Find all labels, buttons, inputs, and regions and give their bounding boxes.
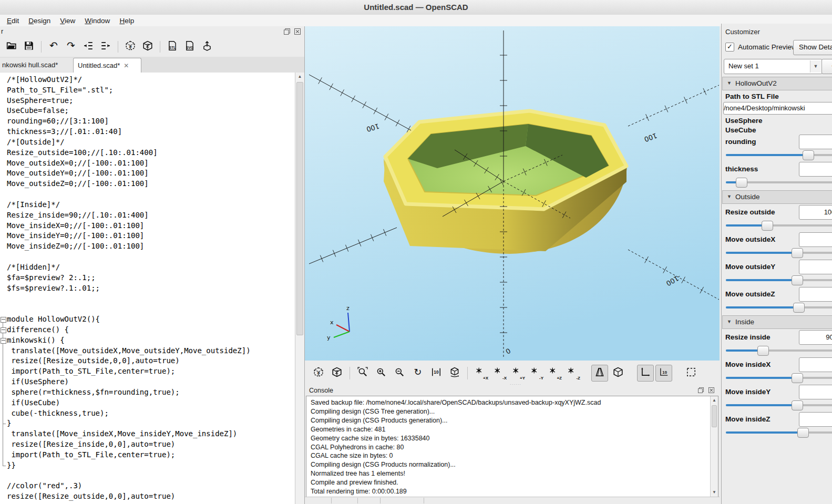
show-axes-button[interactable]	[637, 365, 654, 382]
export-stl-button[interactable]: STL	[165, 39, 180, 54]
param-slider-rounding[interactable]	[722, 149, 832, 161]
view-plusminus-y-button[interactable]: +Y	[509, 365, 526, 382]
param-row-move-insidez: Move insideZ	[722, 411, 832, 427]
code-line: /*[Outside]*/	[0, 137, 295, 148]
scrollbar-thumb[interactable]	[296, 82, 303, 335]
param-slider-resize-inside[interactable]	[722, 345, 832, 356]
param-slider-resize-outside[interactable]	[722, 220, 832, 231]
perspective-button[interactable]	[591, 365, 608, 382]
indent-button[interactable]	[98, 39, 113, 54]
view-plusminus-z-button[interactable]: +Z	[546, 365, 562, 382]
param-value-move-insidey[interactable]	[799, 385, 832, 399]
scroll-up-icon[interactable]: ▲	[711, 396, 718, 405]
scroll-up-icon[interactable]: ▲	[295, 73, 304, 81]
param-slider-move-insidez[interactable]	[722, 427, 832, 438]
fold-collapse-icon[interactable]	[1, 327, 6, 333]
param-slider-move-outsidex[interactable]	[722, 247, 832, 259]
undo-button[interactable]: ↶	[46, 39, 61, 54]
console-close-icon[interactable]	[707, 386, 715, 394]
param-slider-move-insidex[interactable]	[722, 372, 832, 384]
group-header-outside[interactable]: ▼Outside	[722, 190, 832, 204]
param-value-resize-outside[interactable]: 100	[799, 205, 832, 220]
show-scale-markers-button[interactable]: 10	[655, 365, 672, 382]
code-editor[interactable]: /*[HollowOutV2]*/Path_to_STL_File=".stl"…	[0, 73, 304, 504]
slider-handle[interactable]	[736, 178, 747, 188]
group-label: HollowOutV2	[735, 79, 777, 87]
render-button[interactable]	[328, 365, 345, 382]
param-value-move-outsidey[interactable]	[799, 260, 832, 274]
param-value-thickness[interactable]	[799, 162, 832, 177]
automatic-preview-checkbox[interactable]: ✓	[725, 43, 734, 52]
slider-handle[interactable]	[762, 221, 773, 231]
slider-handle[interactable]	[757, 346, 769, 356]
param-value-resize-inside[interactable]: 90	[799, 330, 832, 345]
preview-button[interactable]: »	[123, 39, 138, 54]
menu-item-help[interactable]: Help	[115, 16, 139, 26]
toolbar-separator	[160, 41, 160, 53]
view-minus-y-button[interactable]: -Y	[527, 365, 544, 382]
slider-handle[interactable]	[797, 428, 809, 438]
scrollbar-thumb[interactable]	[712, 405, 717, 427]
view-minus-z-button[interactable]: -Z	[564, 365, 581, 382]
view-minus-x-button[interactable]: -X	[490, 365, 507, 382]
open-button[interactable]	[4, 39, 19, 54]
orthogonal-button[interactable]	[610, 365, 626, 382]
console-scrollbar[interactable]: ▲ ▼	[710, 396, 718, 497]
send-to-3d-print-button[interactable]	[200, 39, 214, 54]
code-line: Move_outsideX=0;//[-100:.01:100]	[0, 158, 295, 169]
slider-handle[interactable]	[792, 373, 803, 383]
preview-button[interactable]: »	[310, 365, 327, 382]
tab-untitled[interactable]: Untitled.scad* ✕	[73, 58, 141, 73]
param-input-path-to-stl-file[interactable]: /none4/Desktop/minkowski	[723, 102, 832, 115]
fold-collapse-icon[interactable]	[1, 317, 6, 323]
view-all-button[interactable]: 10	[428, 365, 445, 382]
param-value-rounding[interactable]	[799, 135, 832, 149]
editor-float-icon[interactable]	[283, 27, 291, 35]
show-details-button[interactable]: Show Deta	[793, 40, 832, 55]
param-value-move-outsidez[interactable]	[799, 287, 832, 302]
close-tab-icon[interactable]: ✕	[124, 63, 129, 69]
slider-handle[interactable]	[792, 248, 803, 258]
param-slider-move-outsidey[interactable]	[722, 274, 832, 286]
menu-item-window[interactable]: Window	[80, 16, 115, 26]
save-button[interactable]	[22, 39, 36, 54]
unindent-button[interactable]	[81, 39, 96, 54]
view-plusminus-x-button[interactable]: +X	[472, 365, 489, 382]
group-header-inside[interactable]: ▼Inside	[722, 315, 832, 329]
zoom-out-button[interactable]	[391, 365, 408, 382]
param-value-move-insidez[interactable]	[799, 412, 832, 427]
menu-item-view[interactable]: View	[55, 16, 80, 26]
add-preset-button[interactable]: +	[821, 59, 832, 74]
slider-handle[interactable]	[792, 275, 803, 285]
menu-item-design[interactable]: Design	[24, 16, 55, 26]
reset-view-button[interactable]: ↻	[409, 365, 426, 382]
param-slider-move-outsidez[interactable]	[722, 302, 832, 313]
slider-handle[interactable]	[803, 150, 814, 160]
editor-scrollbar[interactable]: ▲	[295, 73, 304, 504]
preset-select[interactable]: New set 1 ▼	[724, 59, 823, 74]
chevron-down-icon[interactable]: ▼	[810, 60, 821, 73]
param-value-move-insidex[interactable]	[799, 357, 832, 372]
tab-minkowski-hull[interactable]: nkowski hull.scad*	[0, 58, 75, 72]
slider-handle[interactable]	[792, 400, 803, 410]
slider-handle[interactable]	[793, 303, 805, 313]
rotate-view-button[interactable]	[446, 365, 463, 382]
show-crosshairs-button[interactable]	[683, 365, 700, 382]
fold-collapse-icon[interactable]	[1, 338, 6, 344]
param-value-move-outsidex[interactable]	[799, 232, 832, 247]
export-svg-button[interactable]: SVG	[182, 39, 197, 54]
scroll-down-icon[interactable]: ▼	[711, 488, 718, 497]
redo-button[interactable]: ↷	[64, 39, 78, 54]
console-log[interactable]: Saved backup file: /home/none4/.local/sh…	[306, 396, 718, 497]
console-float-icon[interactable]	[697, 386, 705, 394]
zoom-all-button[interactable]	[354, 365, 371, 382]
3d-viewport[interactable]: 100 100 -100 0 z x y	[305, 26, 720, 361]
group-header-hollowoutv2[interactable]: ▼HollowOutV2	[722, 77, 832, 90]
render-button[interactable]	[140, 39, 155, 54]
splitter-handle[interactable]: ······	[510, 384, 523, 385]
param-slider-thickness[interactable]	[722, 177, 832, 188]
menu-item-edit[interactable]: Edit	[2, 16, 24, 26]
zoom-in-button[interactable]	[373, 365, 389, 382]
param-slider-move-insidey[interactable]	[722, 399, 832, 411]
editor-close-icon[interactable]	[293, 27, 301, 35]
